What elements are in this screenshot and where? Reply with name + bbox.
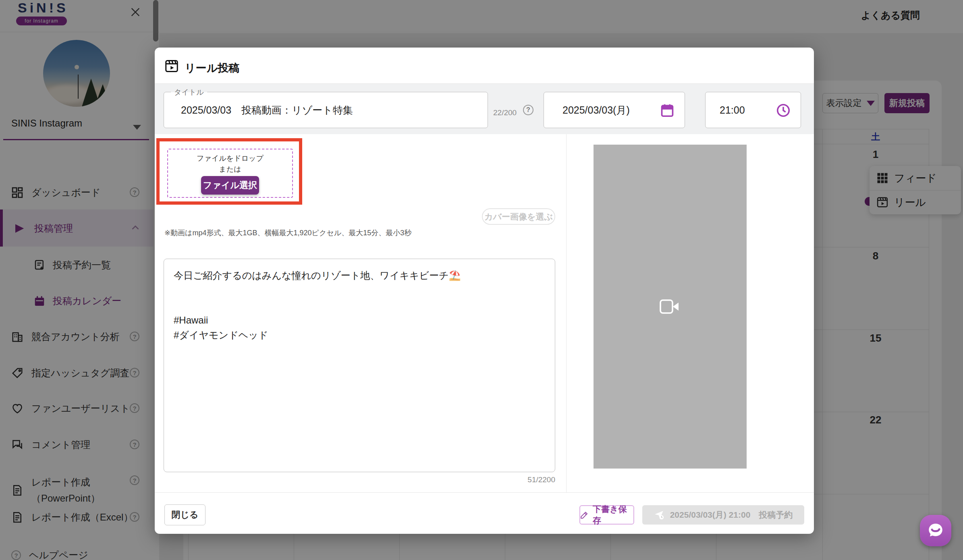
file-select-button[interactable]: ファイル選択 (201, 176, 259, 195)
reel-icon (164, 59, 179, 73)
caption-char-counter: 51/2200 (164, 475, 555, 484)
dropzone-text-line1: ファイルをドロップ (197, 153, 264, 163)
video-preview-placeholder (594, 145, 747, 469)
schedule-post-button: 2025/03/03(月) 21:00 投稿予約 (642, 505, 804, 525)
time-input[interactable]: 21:00 (705, 92, 801, 128)
reel-post-modal: リール投稿 2025/03/03 投稿動画：リゾート特集 タイトル 22/200… (155, 48, 814, 534)
title-input[interactable]: 2025/03/03 投稿動画：リゾート特集 (164, 92, 488, 128)
calendar-picker-icon[interactable] (660, 103, 675, 118)
file-select-label: ファイル選択 (203, 179, 257, 191)
video-camera-icon (659, 297, 681, 316)
app-root: よくある質問 表示設定 新規投稿 土 1 8 15 22 (0, 0, 963, 560)
choose-cover-button[interactable]: カバー画像を選ぶ (482, 208, 555, 225)
chat-bubble-icon (926, 521, 945, 540)
annotation-highlight-box: ファイルをドロップ または ファイル選択 (156, 138, 302, 205)
caption-textarea[interactable]: 今日ご紹介するのはみんな憧れのリゾート地、ワイキキビーチ⛱️ #Hawaii #… (164, 259, 555, 472)
title-help-icon[interactable]: ? (523, 105, 533, 115)
pencil-icon (580, 510, 589, 519)
title-input-value: 2025/03/03 投稿動画：リゾート特集 (164, 104, 353, 117)
divider (566, 134, 567, 492)
chat-support-button[interactable] (920, 515, 951, 546)
title-input-label: タイトル (171, 87, 207, 97)
save-draft-button[interactable]: 下書き保存 (579, 505, 634, 525)
save-draft-label: 下書き保存 (593, 504, 633, 526)
choose-cover-label: カバー画像を選ぶ (484, 211, 553, 222)
time-input-value: 21:00 (706, 104, 745, 116)
clock-picker-icon[interactable] (776, 103, 791, 118)
scheduled-send-icon (654, 510, 664, 520)
file-dropzone[interactable]: ファイルをドロップ または ファイル選択 (167, 149, 293, 198)
schedule-post-label: 2025/03/03(月) 21:00 投稿予約 (670, 509, 793, 521)
date-input-value: 2025/03/03(月) (544, 104, 630, 117)
title-char-counter: 22/200 (493, 108, 517, 117)
video-requirements-note: ※動画はmp4形式、最大1GB、横幅最大1,920ピクセル、最大15分、最小3秒 (164, 228, 411, 238)
close-label: 閉じる (171, 509, 198, 521)
modal-title: リール投稿 (185, 61, 239, 75)
date-input[interactable]: 2025/03/03(月) (544, 92, 685, 128)
dropzone-text-line2: または (219, 164, 241, 174)
divider (155, 492, 814, 493)
close-modal-button[interactable]: 閉じる (164, 504, 205, 525)
